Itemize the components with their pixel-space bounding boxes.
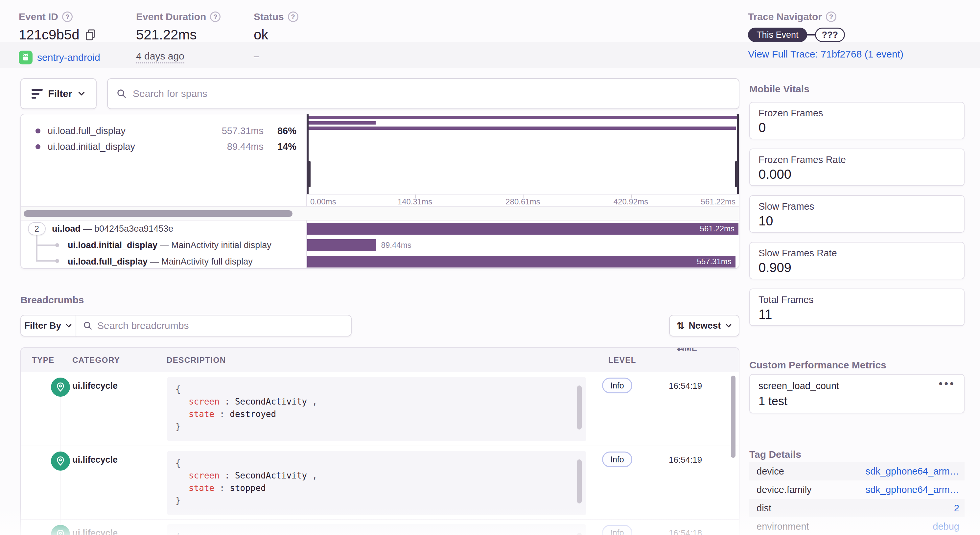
breadcrumb-row[interactable]: ui.lifecycle { Info 16:54:18 <box>21 519 739 535</box>
tag-value-link[interactable]: debug <box>933 521 959 532</box>
breadcrumbs-search-box[interactable] <box>76 315 352 336</box>
help-icon[interactable] <box>826 11 836 22</box>
breadcrumb-time: 16:54:19 <box>669 455 702 465</box>
legend-item[interactable]: ui.load.initial_display 89.44ms 14% <box>21 139 306 154</box>
span-bar[interactable]: 557.31ms <box>307 256 735 268</box>
search-icon <box>116 88 127 99</box>
span-tree: 2 ui.load — b04245a3ea91453e 561.22ms ui… <box>21 221 739 269</box>
next-event-pill[interactable]: ??? <box>815 28 845 42</box>
axis-tick: 280.61ms <box>506 197 540 206</box>
search-icon <box>83 321 93 331</box>
breadcrumb-row[interactable]: ui.lifecycle { screen : SecondActivity ,… <box>21 372 739 446</box>
tag-key: device <box>757 466 784 477</box>
chevron-down-icon <box>78 90 86 97</box>
tag-key: dist <box>757 503 771 514</box>
tag-key: environment <box>757 521 809 532</box>
tag-value-link[interactable]: sdk_gphone64_arm… <box>865 466 959 477</box>
event-duration-value: 521.22ms <box>136 27 197 43</box>
tag-value-link[interactable]: 2 <box>954 503 959 514</box>
android-project-icon <box>19 51 33 64</box>
sort-arrows-icon: ⇅ <box>676 320 684 331</box>
axis-tick: 140.31ms <box>398 197 432 206</box>
code-scrollbar-thumb[interactable] <box>577 533 582 535</box>
vital-card: Frozen Frames 0 <box>749 102 964 139</box>
minimap-left-handle[interactable] <box>307 115 309 194</box>
custom-metric-name: screen_load_count <box>759 381 839 392</box>
ellipsis-menu-icon[interactable]: ••• <box>939 377 955 390</box>
breadcrumb-code[interactable]: { screen : SecondActivity , state : dest… <box>167 377 586 441</box>
span-duration: 557.31ms <box>697 257 731 266</box>
vital-value: 0 <box>759 120 766 135</box>
breadcrumb-code[interactable]: { <box>167 524 586 535</box>
vital-card: Slow Frames 10 <box>749 195 964 232</box>
custom-metric-value: 1 test <box>759 394 788 408</box>
span-duration: 561.22ms <box>700 224 735 233</box>
breadcrumb-row[interactable]: ui.lifecycle { screen : SecondActivity ,… <box>21 446 739 519</box>
vital-card: Total Frames 11 <box>749 288 964 326</box>
legend-percent: 86% <box>264 126 296 136</box>
spans-search-box[interactable] <box>107 78 740 109</box>
spans-search-input[interactable] <box>133 88 730 99</box>
vital-card: Frozen Frames Rate 0.000 <box>749 148 964 186</box>
code-line: state : destroyed <box>175 408 586 420</box>
spans-filter-button[interactable]: Filter <box>21 78 97 109</box>
span-duration: 89.44ms <box>381 240 412 250</box>
project-link[interactable]: sentry-android <box>37 52 100 63</box>
span-row[interactable]: 2 ui.load — b04245a3ea91453e 561.22ms <box>21 221 739 237</box>
span-sep: — <box>148 256 161 266</box>
code-line: } <box>175 420 586 433</box>
breadcrumbs-sort-label: Newest <box>689 320 721 331</box>
code-line: { <box>175 457 586 469</box>
tag-value-link[interactable]: sdk_gphone64_arm… <box>865 484 959 495</box>
breadcrumbs-sort-button[interactable]: ⇅ Newest <box>669 315 740 336</box>
tree-hscrollbar-track[interactable] <box>21 206 739 221</box>
span-op: ui.load.initial_display <box>68 240 158 250</box>
span-row[interactable]: ui.load.full_display — MainActivity full… <box>21 253 739 270</box>
custom-metric-card: screen_load_count ••• 1 test <box>749 374 964 413</box>
col-description: DESCRIPTION <box>167 348 226 372</box>
status-block: Status ok – <box>254 11 298 62</box>
vital-label: Slow Frames <box>759 201 814 212</box>
span-minimap[interactable] <box>307 115 739 194</box>
level-badge: Info <box>602 452 632 467</box>
span-row[interactable]: ui.load.initial_display — MainActivity i… <box>21 237 739 253</box>
legend-item[interactable]: ui.load.full_display 557.31ms 86% <box>21 123 306 139</box>
code-scrollbar-thumb[interactable] <box>577 459 582 503</box>
breadcrumb-category: ui.lifecycle <box>72 455 118 465</box>
span-bar[interactable] <box>307 239 376 251</box>
event-duration-label: Event Duration <box>136 11 206 22</box>
legend-duration: 89.44ms <box>204 141 264 152</box>
level-badge: Info <box>602 525 632 535</box>
tree-hscrollbar-thumb[interactable] <box>24 210 293 217</box>
status-label: Status <box>254 11 284 22</box>
code-line: } <box>175 494 586 507</box>
view-full-trace-link[interactable]: View Full Trace: 71bf2768 (1 event) <box>748 49 904 59</box>
minimap-right-handle[interactable] <box>737 115 739 194</box>
table-vscrollbar-thumb[interactable] <box>731 376 735 458</box>
mobile-vitals-title: Mobile Vitals <box>749 83 810 95</box>
tag-row: device.family sdk_gphone64_arm… <box>749 481 964 499</box>
help-icon[interactable] <box>210 11 221 22</box>
copy-icon[interactable] <box>85 28 97 41</box>
event-id-block: Event ID 121c9b5d sentry-android <box>19 11 100 64</box>
this-event-pill[interactable]: This Event <box>748 28 807 42</box>
breadcrumb-code[interactable]: { screen : SecondActivity , state : stop… <box>167 451 586 515</box>
lifecycle-pin-icon <box>51 525 70 535</box>
legend-duration: 557.31ms <box>204 126 264 136</box>
vital-label: Frozen Frames <box>759 108 823 119</box>
breadcrumbs-table: TYPE CATEGORY DESCRIPTION LEVEL ⇄ TIME u… <box>21 347 740 535</box>
event-age[interactable]: 4 days ago <box>136 51 185 64</box>
breadcrumbs-table-header: TYPE CATEGORY DESCRIPTION LEVEL ⇄ TIME <box>21 348 739 372</box>
code-line: state : stopped <box>175 482 586 494</box>
breadcrumbs-filter-button[interactable]: Filter By <box>21 315 76 336</box>
code-scrollbar-thumb[interactable] <box>577 385 582 430</box>
span-bar[interactable]: 561.22ms <box>307 223 738 235</box>
help-icon[interactable] <box>288 11 298 22</box>
help-icon[interactable] <box>62 11 73 22</box>
col-time-label: TIME <box>677 347 697 360</box>
breadcrumb-time: 16:54:18 <box>669 528 702 535</box>
event-id-value: 121c9b5d <box>19 27 80 43</box>
breadcrumbs-search-input[interactable] <box>97 320 344 331</box>
event-id-label-row: Event ID <box>19 11 100 22</box>
col-type: TYPE <box>32 348 54 372</box>
